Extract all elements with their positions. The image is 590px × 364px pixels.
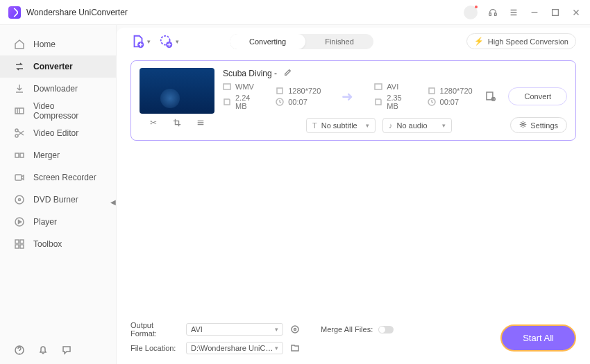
svg-rect-11 bbox=[20, 240, 24, 243]
menu-icon[interactable] bbox=[508, 7, 519, 18]
src-duration: 00:07 bbox=[288, 98, 307, 106]
effects-icon[interactable] bbox=[196, 118, 205, 128]
target-info-2: 1280*720 00:07 bbox=[428, 87, 473, 106]
sidebar-item-downloader[interactable]: Downloader bbox=[0, 78, 116, 100]
edit-icon[interactable] bbox=[284, 68, 292, 78]
svg-point-28 bbox=[294, 329, 296, 331]
app-title: Wondershare UniConverter bbox=[26, 8, 464, 17]
play-icon bbox=[14, 216, 25, 227]
svg-rect-13 bbox=[20, 245, 24, 248]
sidebar-item-home[interactable]: Home bbox=[0, 33, 116, 55]
layout: Home Converter Downloader Video Compress… bbox=[0, 25, 590, 364]
svg-rect-6 bbox=[15, 175, 22, 180]
scissors-icon bbox=[14, 128, 25, 139]
video-thumbnail[interactable] bbox=[140, 68, 214, 114]
audio-select[interactable]: ♪ No audio ▾ bbox=[382, 118, 452, 133]
titlebar: Wondershare UniConverter bbox=[0, 0, 590, 25]
titlebar-icons bbox=[464, 6, 582, 19]
grid-icon bbox=[14, 239, 25, 250]
sidebar: Home Converter Downloader Video Compress… bbox=[0, 25, 117, 364]
folder-icon[interactable] bbox=[290, 343, 300, 353]
chevron-down-icon: ▾ bbox=[275, 345, 278, 352]
output-format-value: AVI bbox=[191, 325, 203, 333]
tab-finished[interactable]: Finished bbox=[305, 34, 373, 49]
chevron-down-icon: ▾ bbox=[176, 38, 179, 45]
close-icon[interactable] bbox=[571, 7, 582, 18]
sidebar-item-merger[interactable]: Merger bbox=[0, 144, 116, 166]
settings-button[interactable]: Settings bbox=[510, 117, 567, 133]
src-resolution: 1280*720 bbox=[288, 87, 321, 95]
sidebar-item-compressor[interactable]: Video Compressor bbox=[0, 100, 116, 122]
user-icon[interactable] bbox=[464, 6, 478, 19]
sidebar-item-converter[interactable]: Converter bbox=[0, 55, 116, 78]
crop-icon[interactable] bbox=[172, 118, 182, 128]
svg-rect-4 bbox=[15, 153, 19, 157]
sidebar-item-toolbox[interactable]: Toolbox bbox=[0, 233, 116, 255]
dst-resolution: 1280*720 bbox=[440, 87, 473, 95]
output-format-label: Output Format: bbox=[130, 321, 179, 338]
preset-icon[interactable] bbox=[485, 91, 496, 102]
toolbar: ▾ ▾ Converting Finished ⚡ High Speed Con… bbox=[117, 28, 590, 55]
converter-icon bbox=[14, 61, 25, 72]
download-icon bbox=[14, 83, 25, 94]
src-format: WMV bbox=[235, 83, 254, 91]
bolt-icon: ⚡ bbox=[474, 37, 484, 46]
subtitle-icon: T bbox=[312, 121, 317, 130]
sidebar-item-recorder[interactable]: Screen Recorder bbox=[0, 166, 116, 189]
sidebar-item-label: Player bbox=[33, 217, 57, 227]
audio-icon: ♪ bbox=[389, 121, 393, 130]
add-url-button[interactable]: ▾ bbox=[159, 34, 179, 49]
src-size: 2.24 MB bbox=[235, 94, 263, 110]
trim-icon[interactable]: ✂ bbox=[149, 118, 158, 128]
file-location-label: File Location: bbox=[130, 344, 179, 352]
sidebar-item-label: Video Compressor bbox=[33, 101, 102, 121]
sidebar-item-label: Converter bbox=[33, 62, 73, 71]
svg-rect-21 bbox=[375, 84, 382, 89]
start-all-button[interactable]: Start All bbox=[500, 324, 576, 352]
sidebar-item-label: Video Editor bbox=[33, 128, 78, 138]
svg-rect-0 bbox=[553, 9, 559, 15]
format-settings-icon[interactable] bbox=[290, 324, 300, 334]
sidebar-item-dvd[interactable]: DVD Burner bbox=[0, 189, 116, 211]
help-icon[interactable] bbox=[14, 345, 25, 356]
sidebar-item-label: Home bbox=[33, 40, 56, 49]
output-format-select[interactable]: AVI ▾ bbox=[186, 323, 283, 336]
sidebar-item-editor[interactable]: Video Editor bbox=[0, 122, 116, 144]
dst-size: 2.35 MB bbox=[387, 94, 414, 110]
svg-point-3 bbox=[15, 135, 18, 137]
sidebar-item-label: Downloader bbox=[33, 84, 78, 94]
chevron-down-icon: ▾ bbox=[366, 122, 369, 129]
convert-button[interactable]: Convert bbox=[508, 87, 567, 105]
arrow-icon: ➜ bbox=[333, 88, 362, 105]
sidebar-item-label: Screen Recorder bbox=[33, 173, 96, 182]
sidebar-item-player[interactable]: Player bbox=[0, 211, 116, 233]
dst-format: AVI bbox=[387, 83, 398, 91]
subtitle-select[interactable]: T No subtitle ▾ bbox=[306, 118, 376, 133]
bell-icon[interactable] bbox=[37, 345, 49, 356]
maximize-icon[interactable] bbox=[550, 7, 561, 18]
file-location-select[interactable]: D:\Wondershare UniConverter ▾ bbox=[186, 342, 283, 354]
svg-point-2 bbox=[15, 129, 18, 132]
file-location-value: D:\Wondershare UniConverter bbox=[191, 344, 275, 352]
subtitle-value: No subtitle bbox=[321, 121, 357, 130]
content-body bbox=[117, 146, 590, 314]
file-title: Scuba Diving - bbox=[223, 69, 277, 78]
settings-label: Settings bbox=[530, 121, 558, 130]
high-speed-toggle[interactable]: ⚡ High Speed Conversion bbox=[466, 33, 576, 49]
add-file-button[interactable]: ▾ bbox=[130, 34, 151, 49]
chevron-down-icon: ▾ bbox=[442, 122, 446, 129]
minimize-icon[interactable] bbox=[529, 7, 540, 18]
app-logo bbox=[8, 6, 21, 19]
headset-icon[interactable] bbox=[487, 7, 498, 18]
chevron-down-icon: ▾ bbox=[147, 38, 151, 45]
merge-toggle[interactable] bbox=[378, 326, 394, 333]
sidebar-item-label: Merger bbox=[33, 150, 60, 160]
tab-converting[interactable]: Converting bbox=[230, 34, 305, 49]
svg-point-26 bbox=[522, 123, 524, 125]
tabs: Converting Finished bbox=[230, 34, 373, 49]
collapse-handle[interactable]: ◀ bbox=[110, 195, 117, 209]
svg-rect-19 bbox=[277, 88, 283, 94]
sidebar-bottom bbox=[0, 336, 116, 364]
target-info: AVI 2.35 MB bbox=[374, 83, 414, 110]
feedback-icon[interactable] bbox=[61, 345, 72, 356]
